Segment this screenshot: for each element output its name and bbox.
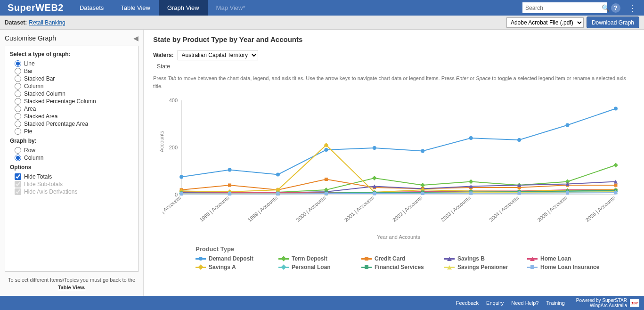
svg-rect-37 [228,184,231,187]
search-box-wrap: 🔍 [522,2,607,13]
svg-point-22 [469,136,473,140]
top-nav: SuperWEB2 DatasetsTable ViewGraph ViewMa… [0,0,644,16]
tab-table-view[interactable]: Table View [112,0,159,16]
sidebar: Customise Graph ◀ Select a type of graph… [0,30,144,296]
svg-point-20 [373,146,376,150]
svg-rect-35 [613,163,618,168]
graph-type-stacked-column[interactable]: Stacked Column [15,90,133,97]
legend-item-savings-b[interactable]: Savings B [444,255,524,262]
graph-by-column[interactable]: Column [15,155,133,161]
footer-credit-2: WingArc Australia [576,303,627,308]
legend-item-term-deposit[interactable]: Term Deposit [278,255,359,262]
graph-type-line[interactable]: Line [15,60,133,67]
tab-graph-view[interactable]: Graph View [159,0,208,16]
graph-by-heading: Graph by: [10,138,133,144]
graph-type-stacked-percentage-area[interactable]: Stacked Percentage Area [15,121,133,127]
tab-map-view-: Map View* [208,0,254,16]
graph-type-column[interactable]: Column [15,83,133,90]
legend-item-home-loan[interactable]: Home Loan [527,255,607,262]
option-hide-totals[interactable]: Hide Totals [15,173,133,180]
options-heading: Options [10,164,133,171]
svg-point-18 [276,173,280,177]
download-graph-button[interactable]: Download Graph [587,16,639,28]
content-pane: State by Product Type by Year and Accoun… [144,30,644,296]
line-chart[interactable]: 02004001997 | Accounts1998 | Accounts199… [163,96,625,242]
table-view-link[interactable]: Table View. [58,285,86,290]
graph-type-area[interactable]: Area [15,106,133,112]
svg-rect-78 [276,192,279,196]
graph-type-stacked-percentage-column[interactable]: Stacked Percentage Column [15,98,133,105]
legend-item-personal-loan[interactable]: Personal Loan [278,264,359,270]
collapse-icon[interactable]: ◀ [133,34,139,42]
tab-datasets[interactable]: Datasets [71,0,112,16]
svg-rect-83 [518,192,521,195]
legend-item-savings-a[interactable]: Savings A [196,264,276,270]
svg-rect-76 [180,192,183,196]
legend-item-financial-services[interactable]: Financial Services [361,264,441,270]
page-title: State by Product Type by Year and Accoun… [153,35,635,43]
svg-text:1999 | Accounts: 1999 | Accounts [247,195,279,223]
graph-type-pie[interactable]: Pie [15,128,133,135]
footer-link-feedback[interactable]: Feedback [456,300,479,306]
download-format-select[interactable]: Adobe Acrobat File (.pdf) [506,17,584,28]
svg-rect-84 [566,191,569,195]
option-hide-sub-totals: Hide Sub-totals [15,181,133,188]
chart-legend: Product Type Demand DepositTerm DepositC… [196,245,635,270]
sidebar-footer: To select different Items\Topics you mus… [5,272,139,296]
svg-text:Year and Accounts: Year and Accounts [377,234,420,240]
search-icon: 🔍 [602,4,610,12]
svg-rect-80 [373,192,376,196]
svg-text:200: 200 [169,145,178,150]
state-label: State [157,63,635,70]
graph-by-row[interactable]: Row [15,147,133,154]
svg-rect-31 [420,183,425,188]
sidebar-title: Customise Graph [5,34,56,42]
graph-type-stacked-area[interactable]: Stacked Area [15,113,133,120]
svg-point-23 [517,138,521,142]
svg-rect-30 [372,176,377,180]
footer-link-training[interactable]: Training [546,300,564,306]
brand-logo: SuperWEB2 [0,2,71,13]
nav-tabs: DatasetsTable ViewGraph ViewMap View* [71,0,254,16]
svg-text:2004 | Accounts: 2004 | Accounts [488,195,520,223]
wafers-label: Wafers: [153,52,174,58]
svg-text:2006 | Accounts: 2006 | Accounts [585,195,617,223]
chart-area: Accounts 02004001997 | Accounts1998 | Ac… [163,96,625,242]
svg-text:2002 | Accounts: 2002 | Accounts [391,195,424,223]
option-hide-axis-derivations: Hide Axis Derivations [15,188,133,195]
svg-point-19 [324,148,328,152]
wafer-select[interactable]: Australian Capital Territory [178,50,258,60]
footer-link-need-help-[interactable]: Need Help? [511,300,538,306]
y-axis-label: Accounts [159,131,164,152]
svg-rect-82 [469,192,473,195]
svg-rect-79 [325,192,328,196]
legend-item-demand-deposit[interactable]: Demand Deposit [196,255,276,262]
legend-item-home-loan-insurance[interactable]: Home Loan Insurance [527,264,607,270]
svg-point-16 [179,175,183,179]
search-button[interactable]: 🔍 [599,4,612,12]
svg-rect-77 [228,192,231,196]
svg-text:2003 | Accounts: 2003 | Accounts [440,195,472,223]
graph-type-stacked-bar[interactable]: Stacked Bar [15,75,133,82]
svg-text:2000 | Accounts: 2000 | Accounts [295,195,327,223]
svg-text:1997 | Accounts: 1997 | Accounts [163,195,182,223]
help-icon[interactable]: ? [611,3,620,13]
svg-point-21 [421,149,424,153]
dataset-link[interactable]: Retail Banking [29,19,65,26]
svg-point-17 [228,168,232,172]
svg-rect-85 [614,191,617,195]
graph-type-bar[interactable]: Bar [15,68,133,74]
legend-item-credit-card[interactable]: Credit Card [361,255,441,262]
menu-dots-icon[interactable]: ⋮ [624,3,640,13]
svg-rect-45 [614,184,617,187]
svg-text:2005 | Accounts: 2005 | Accounts [536,195,568,223]
footer-credit-1: Powered by SuperSTAR [576,298,627,303]
legend-item-savings-pensioner[interactable]: Savings Pensioner [444,264,524,270]
legend-title: Product Type [196,245,635,253]
page-footer: FeedbackEnquiryNeed Help?Training Powere… [0,296,644,310]
svg-text:2001 | Accounts: 2001 | Accounts [343,195,375,223]
footer-link-enquiry[interactable]: Enquiry [486,300,504,306]
dataset-label: Dataset: [5,19,27,26]
svg-rect-32 [469,179,473,184]
search-input[interactable] [522,5,599,11]
